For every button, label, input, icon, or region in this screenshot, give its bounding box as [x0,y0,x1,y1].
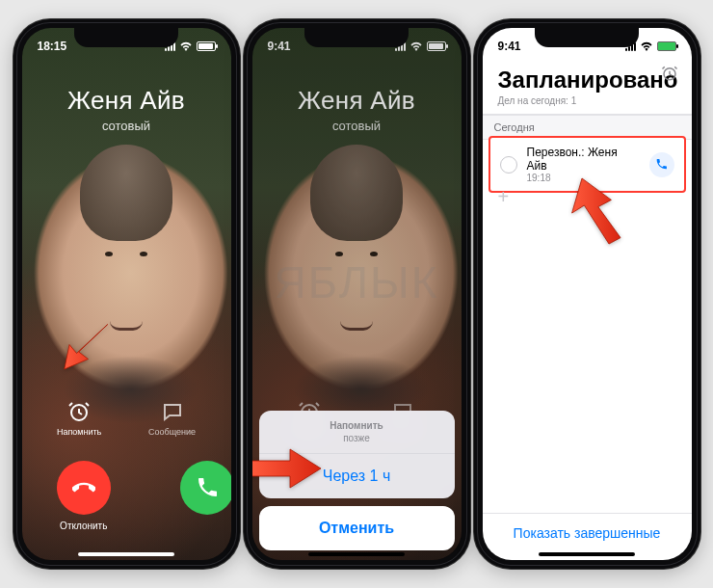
call-button[interactable] [649,152,674,177]
message-label: Сообщение [148,427,196,437]
alarm-icon [67,400,91,423]
caller-info: Женя Айв сотовый [22,86,231,133]
message-icon [161,400,184,423]
notch [304,28,409,47]
decline-label: Отклонить [60,521,107,531]
remind-label: Напомнить [57,427,101,437]
sheet-title: Напомнить позже [259,411,455,454]
phone-frame-2: 9:41 Женя Айв сотовый Напомнить [244,19,470,569]
phone-icon [655,158,668,171]
status-time: 18:15 [38,40,67,53]
caller-name: Женя Айв [22,86,231,116]
action-sheet: Напомнить позже Через 1 ч Отменить [259,411,455,550]
remind-button[interactable]: Напомнить [57,400,101,437]
add-reminder-button[interactable]: + [498,186,510,208]
battery-icon [657,41,676,51]
message-button[interactable]: Сообщение [148,400,196,437]
notch [535,28,639,47]
reminder-title: Перезвон.: Женя Айв [527,146,640,173]
phone-frame-1: 18:15 Женя Айв сотовый Напомнить [13,19,240,569]
decline-icon [72,476,95,499]
phone-frame-3: 9:41 Запланировано Дел на сегодня: 1 Сег… [474,19,700,569]
show-completed-link[interactable]: Показать завершенные [483,513,692,552]
reminder-time: 19:18 [527,173,640,183]
status-time: 9:41 [498,40,521,53]
reminder-item[interactable]: Перезвон.: Женя Айв 19:18 [489,136,686,193]
decline-button[interactable]: Отклонить [57,461,111,531]
caller-subtitle: сотовый [22,119,231,133]
home-indicator[interactable] [78,552,174,556]
page-title: Запланировано [498,67,676,94]
wifi-icon [640,41,653,51]
wifi-icon [179,41,193,51]
page-subtitle: Дел на сегодня: 1 [498,95,676,106]
home-indicator[interactable] [539,552,635,556]
battery-icon [197,41,216,51]
radio-icon[interactable] [500,156,517,174]
accept-button[interactable] [180,461,230,531]
notch [74,28,178,47]
sheet-option-1h[interactable]: Через 1 ч [259,454,455,498]
sheet-cancel[interactable]: Отменить [259,506,455,550]
accept-icon [196,476,219,499]
alarm-icon[interactable] [661,65,678,82]
